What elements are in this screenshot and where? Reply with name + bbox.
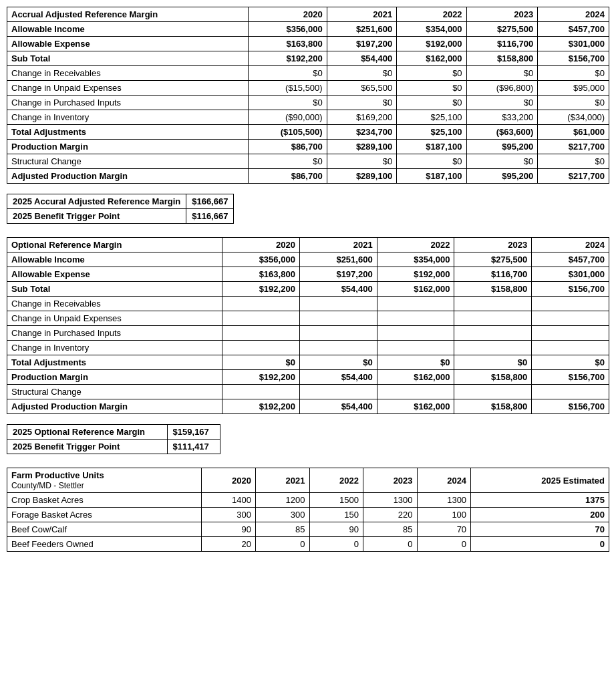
summary-row: 2025 Benefit Trigger Point$111,417 — [7, 440, 220, 454]
table-row: Allowable Expense$163,800$197,200$192,00… — [7, 37, 609, 51]
table-row: Total Adjustments($105,500)$234,700$25,1… — [7, 125, 609, 140]
table-row: Beef Cow/Calf908590857070 — [7, 522, 609, 537]
table-row: Change in Inventory($90,000)$169,200$25,… — [7, 110, 609, 125]
summary-row: 2025 Optional Reference Margin$159,167 — [7, 425, 220, 440]
accrual-summary-table: 2025 Accural Adjusted Reference Margin$1… — [7, 194, 234, 224]
year-2024-header-3: 2024 — [417, 468, 471, 493]
optional-reference-section: Optional Reference Margin 2020 2021 2022… — [7, 237, 609, 454]
year-2022-header-1: 2022 — [397, 7, 466, 22]
farm-productive-table: Farm Productive Units County/MD - Stettl… — [7, 468, 609, 552]
year-2024-header-2: 2024 — [532, 238, 609, 252]
accrual-adjusted-table: Accrual Adjusted Reference Margin 2020 2… — [7, 7, 609, 184]
year-2020-header-3: 2020 — [202, 468, 256, 493]
year-2020-header-2: 2020 — [222, 238, 300, 252]
table-row: Allowable Income$356,000$251,600$354,000… — [7, 22, 609, 37]
year-2021-header-3: 2021 — [255, 468, 309, 493]
table-row: Change in Unpaid Expenses — [7, 311, 609, 326]
table-row: Forage Basket Acres300300150220100200 — [7, 508, 609, 522]
table-row: Change in Unpaid Expenses($15,500)$65,50… — [7, 81, 609, 96]
table-row: Structural Change — [7, 385, 609, 399]
table-row: Adjusted Production Margin$192,200$54,40… — [7, 399, 609, 414]
table-row: Change in Receivables — [7, 297, 609, 311]
year-2022-header-2: 2022 — [377, 238, 454, 252]
summary-row: 2025 Benefit Trigger Point$116,667 — [7, 209, 234, 224]
table-row: Production Margin$86,700$289,100$187,100… — [7, 140, 609, 154]
year-2022-header-3: 2022 — [309, 468, 363, 493]
table-row: Change in Inventory — [7, 341, 609, 355]
year-2021-header-2: 2021 — [299, 238, 377, 252]
year-2023-header-1: 2023 — [466, 7, 538, 22]
year-2023-header-2: 2023 — [454, 238, 532, 252]
summary-row: 2025 Accural Adjusted Reference Margin$1… — [7, 194, 234, 209]
table-row: Allowable Income$356,000$251,600$354,000… — [7, 252, 609, 267]
year-2023-header-3: 2023 — [363, 468, 418, 493]
year-2020-header-1: 2020 — [248, 7, 327, 22]
optional-summary-table: 2025 Optional Reference Margin$159,16720… — [7, 424, 220, 454]
table-row: Total Adjustments$0$0$0$0$0 — [7, 355, 609, 370]
table-row: Change in Purchased Inputs — [7, 326, 609, 341]
optional-reference-table: Optional Reference Margin 2020 2021 2022… — [7, 237, 609, 414]
farm-productive-section: Farm Productive Units County/MD - Stettl… — [7, 468, 609, 552]
table-row: Allowable Expense$163,800$197,200$192,00… — [7, 267, 609, 282]
accrual-adjusted-header: Accrual Adjusted Reference Margin — [7, 7, 249, 22]
table-row: Adjusted Production Margin$86,700$289,10… — [7, 169, 609, 184]
table-row: Sub Total$192,200$54,400$162,000$158,800… — [7, 282, 609, 297]
table-row: Beef Feeders Owned2000000 — [7, 537, 609, 552]
year-2021-header-1: 2021 — [327, 7, 396, 22]
farm-productive-header: Farm Productive Units County/MD - Stettl… — [7, 468, 202, 493]
year-2024-header-1: 2024 — [538, 7, 609, 22]
accrual-adjusted-section: Accrual Adjusted Reference Margin 2020 2… — [7, 7, 609, 224]
optional-reference-header: Optional Reference Margin — [7, 238, 222, 252]
table-row: Sub Total$192,200$54,400$162,000$158,800… — [7, 51, 609, 66]
year-2025-header-3: 2025 Estimated — [471, 468, 609, 493]
table-row: Change in Receivables$0$0$0$0$0 — [7, 66, 609, 81]
table-row: Crop Basket Acres14001200150013001300137… — [7, 493, 609, 508]
table-row: Change in Purchased Inputs$0$0$0$0$0 — [7, 96, 609, 110]
table-row: Structural Change$0$0$0$0$0 — [7, 154, 609, 169]
table-row: Production Margin$192,200$54,400$162,000… — [7, 370, 609, 385]
